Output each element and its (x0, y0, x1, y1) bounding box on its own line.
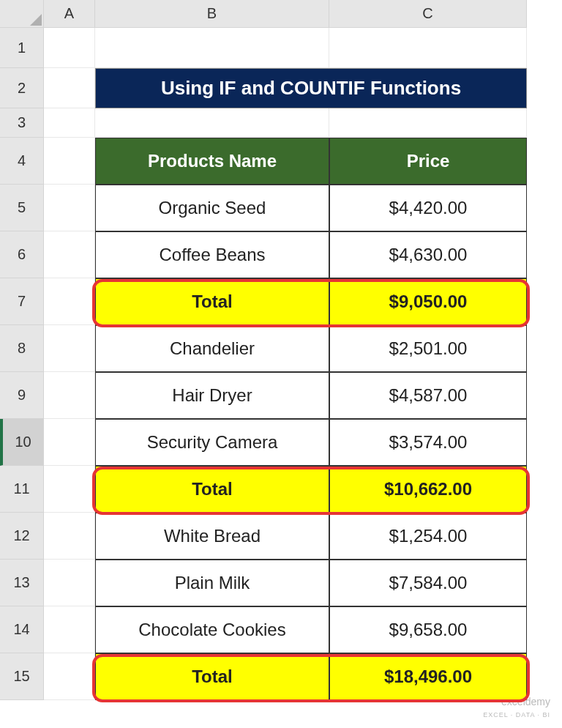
cell-A15[interactable] (44, 653, 95, 700)
row-header-10[interactable]: 10 (0, 419, 44, 466)
product-name[interactable]: Chandelier (95, 325, 329, 372)
row-header-9[interactable]: 9 (0, 372, 44, 419)
row-header-15[interactable]: 15 (0, 653, 44, 700)
cell-C1[interactable] (329, 28, 527, 68)
row-header-3[interactable]: 3 (0, 108, 44, 138)
col-header-C[interactable]: C (329, 0, 527, 28)
product-price[interactable]: $4,630.00 (329, 231, 527, 278)
col-header-A[interactable]: A (44, 0, 95, 28)
row-header-1[interactable]: 1 (0, 28, 44, 68)
cell-A1[interactable] (44, 28, 95, 68)
title-banner[interactable]: Using IF and COUNTIF Functions (95, 68, 527, 108)
row-header-7[interactable]: 7 (0, 278, 44, 325)
total-price[interactable]: $9,050.00 (329, 278, 527, 325)
total-label[interactable]: Total (95, 653, 329, 700)
product-price[interactable]: $4,420.00 (329, 185, 527, 231)
product-name[interactable]: Chocolate Cookies (95, 606, 329, 653)
select-all-corner[interactable] (0, 0, 44, 28)
row-header-5[interactable]: 5 (0, 185, 44, 231)
cell-A3[interactable] (44, 108, 95, 138)
product-name[interactable]: Coffee Beans (95, 231, 329, 278)
total-label[interactable]: Total (95, 278, 329, 325)
cell-A11[interactable] (44, 466, 95, 513)
product-name[interactable]: Hair Dryer (95, 372, 329, 419)
table-header-price[interactable]: Price (329, 138, 527, 185)
cell-A8[interactable] (44, 325, 95, 372)
row-header-14[interactable]: 14 (0, 606, 44, 653)
product-price[interactable]: $3,574.00 (329, 419, 527, 466)
row-header-12[interactable]: 12 (0, 513, 44, 560)
cell-A10[interactable] (44, 419, 95, 466)
cell-A7[interactable] (44, 278, 95, 325)
product-name[interactable]: Security Camera (95, 419, 329, 466)
cell-A12[interactable] (44, 513, 95, 560)
col-header-B[interactable]: B (95, 0, 329, 28)
cell-A5[interactable] (44, 185, 95, 231)
cell-B3[interactable] (95, 108, 329, 138)
product-price[interactable]: $7,584.00 (329, 560, 527, 606)
watermark-tag: EXCEL · DATA · BI (483, 711, 550, 718)
row-header-6[interactable]: 6 (0, 231, 44, 278)
product-price[interactable]: $4,587.00 (329, 372, 527, 419)
product-name[interactable]: White Bread (95, 513, 329, 560)
product-price[interactable]: $2,501.00 (329, 325, 527, 372)
row-header-4[interactable]: 4 (0, 138, 44, 185)
row-header-2[interactable]: 2 (0, 68, 44, 108)
total-label[interactable]: Total (95, 466, 329, 513)
cell-C3[interactable] (329, 108, 527, 138)
cell-A14[interactable] (44, 606, 95, 653)
cell-A4[interactable] (44, 138, 95, 185)
cell-A6[interactable] (44, 231, 95, 278)
product-name[interactable]: Organic Seed (95, 185, 329, 231)
product-price[interactable]: $9,658.00 (329, 606, 527, 653)
row-header-8[interactable]: 8 (0, 325, 44, 372)
product-name[interactable]: Plain Milk (95, 560, 329, 606)
row-header-13[interactable]: 13 (0, 560, 44, 606)
cell-A9[interactable] (44, 372, 95, 419)
table-header-name[interactable]: Products Name (95, 138, 329, 185)
product-price[interactable]: $1,254.00 (329, 513, 527, 560)
watermark: exceldemy EXCEL · DATA · BI (483, 697, 550, 719)
cell-B1[interactable] (95, 28, 329, 68)
watermark-brand: exceldemy (501, 696, 550, 707)
cell-A2[interactable] (44, 68, 95, 108)
cell-A13[interactable] (44, 560, 95, 606)
total-price[interactable]: $10,662.00 (329, 466, 527, 513)
total-price[interactable]: $18,496.00 (329, 653, 527, 700)
row-header-11[interactable]: 11 (0, 466, 44, 513)
